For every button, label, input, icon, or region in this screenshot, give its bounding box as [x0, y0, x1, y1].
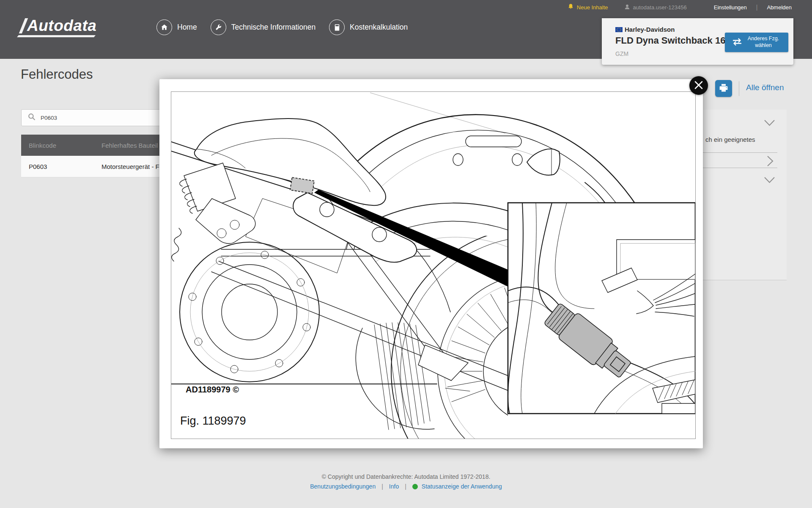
- panel-text-snippet: ch ein geeignetes: [705, 136, 755, 143]
- logo-underline: [17, 35, 96, 37]
- utility-separator: |: [756, 4, 758, 11]
- eu-flag-icon: [615, 26, 623, 34]
- toolbar-separator: [739, 81, 739, 96]
- calculator-icon: [329, 19, 345, 35]
- settings-link[interactable]: Einstellungen: [714, 4, 747, 11]
- footer-separator: |: [405, 483, 406, 490]
- page-title: Fehlercodes: [21, 67, 93, 82]
- terms-link[interactable]: Benutzungsbedingungen: [310, 483, 376, 490]
- main-nav: Home Technische Informationen Kostenkalk…: [156, 19, 408, 35]
- bell-icon: [568, 3, 574, 11]
- vehicle-card: Harley-Davidson FLD Dyna Switchback 1690…: [602, 18, 793, 65]
- chevron-down-icon[interactable]: [764, 119, 775, 128]
- chevron-down-icon[interactable]: [764, 177, 775, 185]
- figure-caption: Fig. 1189979: [180, 414, 246, 428]
- username-label: autodata.user-123456: [633, 4, 687, 11]
- nav-item-home[interactable]: Home: [156, 19, 197, 35]
- change-vehicle-button[interactable]: Anderes Fzg. wählen: [725, 33, 788, 52]
- nav-item-technical-info[interactable]: Technische Informationen: [211, 19, 315, 35]
- vehicle-make: Harley-Davidson: [625, 26, 675, 33]
- figure-modal: AD1189979 © Fig. 1189979: [159, 79, 703, 448]
- logo-text: Autodata: [27, 18, 96, 33]
- chevron-right-icon[interactable]: [767, 155, 774, 168]
- printer-icon: [719, 83, 729, 94]
- status-label: Statusanzeige der Anwendung: [422, 483, 502, 490]
- column-header-blinkcode: Blinkcode: [21, 142, 102, 149]
- user-menu[interactable]: autodata.user-123456: [624, 4, 687, 11]
- new-content-link[interactable]: Neue Inhalte: [568, 3, 608, 11]
- print-button[interactable]: [715, 80, 732, 97]
- nav-label: Home: [177, 23, 197, 32]
- figure-illustration: [171, 92, 695, 439]
- home-icon: [156, 19, 172, 35]
- figure-frame: AD1189979 © Fig. 1189979: [171, 91, 696, 439]
- open-all-link[interactable]: Alle öffnen: [746, 83, 784, 92]
- utility-bar: Neue Inhalte autodata.user-123456 Einste…: [568, 3, 792, 11]
- app-screen: Neue Inhalte autodata.user-123456 Einste…: [0, 0, 812, 508]
- close-icon: [694, 80, 703, 91]
- info-link[interactable]: Info: [389, 483, 399, 490]
- close-button[interactable]: [689, 76, 708, 95]
- vehicle-code: GZM: [615, 50, 628, 57]
- vehicle-model: FLD Dyna Switchback 1690: [615, 35, 736, 46]
- user-icon: [624, 4, 630, 11]
- autodata-logo[interactable]: Autodata: [22, 18, 96, 33]
- nav-label: Technische Informationen: [231, 23, 315, 32]
- status-dot-icon: [412, 484, 418, 489]
- footer-separator: |: [381, 483, 383, 490]
- new-content-label: Neue Inhalte: [577, 4, 608, 11]
- nav-label: Kostenkalkulation: [350, 23, 408, 32]
- footer: © Copyright und Datenbankrechte: Autodat…: [0, 473, 812, 490]
- swap-icon: [732, 38, 742, 47]
- copyright-text: © Copyright und Datenbankrechte: Autodat…: [0, 473, 812, 480]
- change-vehicle-label: Anderes Fzg. wählen: [746, 36, 781, 49]
- logout-link[interactable]: Abmelden: [767, 4, 792, 11]
- image-code-label: AD1189979 ©: [186, 385, 239, 395]
- wrench-icon: [211, 19, 226, 35]
- nav-item-cost-calculation[interactable]: Kostenkalkulation: [329, 19, 408, 35]
- search-icon: [27, 113, 36, 123]
- status-link[interactable]: Statusanzeige der Anwendung: [412, 483, 502, 490]
- cell-fault-code: P0603: [21, 163, 102, 170]
- footer-links: Benutzungsbedingungen | Info | Statusanz…: [0, 483, 812, 490]
